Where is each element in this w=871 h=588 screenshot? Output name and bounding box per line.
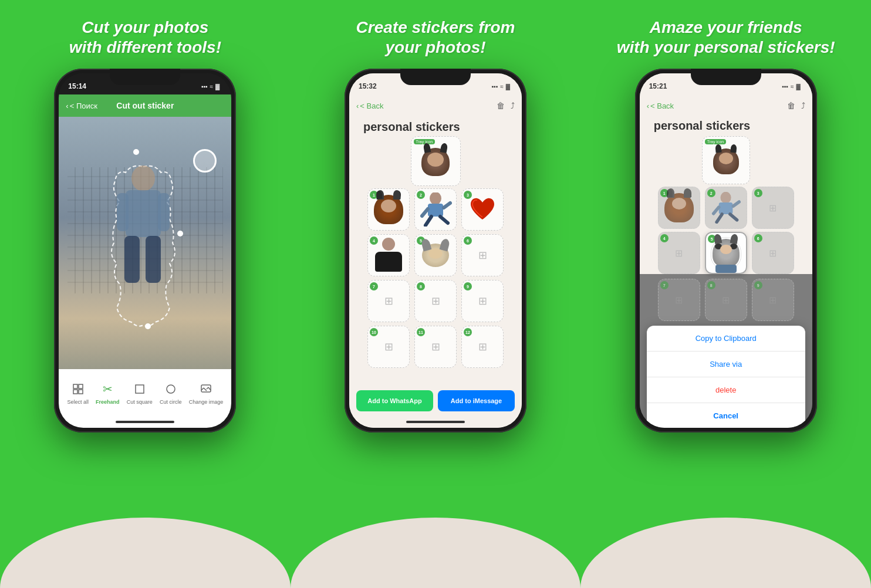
- change-image-label: Change image: [189, 399, 224, 405]
- tool-cut-square[interactable]: Cut square: [127, 381, 153, 405]
- sticker-cell-3-6[interactable]: 6 ⊞: [752, 232, 794, 274]
- nav-back-1[interactable]: ‹ < Поиск: [66, 102, 97, 110]
- svg-rect-4: [124, 236, 140, 283]
- sticker-num-11: 11: [417, 328, 425, 336]
- sticker-placeholder-12: ⊞: [478, 340, 487, 353]
- sticker-person-jump-3: [711, 192, 741, 224]
- handle-right: [177, 231, 183, 236]
- sticker-placeholder-7: ⊞: [384, 295, 393, 307]
- chevron-left-icon: ‹: [66, 102, 68, 110]
- signal-icon-3: ▪▪▪: [782, 83, 788, 90]
- sticker-cell-3-2[interactable]: 2: [705, 187, 747, 229]
- sticker-row-3-1: 1 2: [646, 187, 806, 229]
- svg-line-25: [713, 207, 718, 214]
- sticker-heart: [468, 196, 497, 223]
- trash-icon-3[interactable]: 🗑: [787, 101, 795, 110]
- sticker-cell-3-1[interactable]: 1: [658, 187, 700, 229]
- sticker-cell-3-9[interactable]: 9 ⊞: [752, 279, 794, 321]
- delete-item[interactable]: delete: [647, 377, 805, 403]
- bottom-buttons-2: Add to WhatsApp Add to iMessage: [349, 386, 522, 416]
- share-icon-3[interactable]: ⤴: [801, 101, 805, 110]
- nav-back-3[interactable]: ‹ < Back: [647, 102, 674, 110]
- sticker-row-2: 4 5: [355, 234, 516, 276]
- sticker-num-3-4: 4: [660, 234, 669, 242]
- tool-freehand[interactable]: ✂ Freehand: [96, 381, 120, 405]
- phone-notch-1: [110, 69, 180, 85]
- share-via-item[interactable]: Share via: [647, 352, 805, 377]
- trash-icon[interactable]: 🗑: [497, 101, 505, 110]
- sticker-cell-6[interactable]: 6 ⊞: [461, 234, 504, 276]
- phone-2: 15:32 ▪▪▪ ≈ ▓ ‹ < Back: [345, 69, 526, 432]
- back-label-3[interactable]: < Back: [650, 102, 674, 110]
- tool-change-image[interactable]: Change image: [189, 381, 224, 405]
- sticker-cell-3-3[interactable]: 3 ⊞: [752, 187, 794, 229]
- sticker-placeholder-3-8: ⊞: [722, 295, 730, 306]
- tray-icon-cell[interactable]: Tray icon: [411, 136, 461, 186]
- home-indicator-1: [59, 416, 231, 428]
- sticker-cell-3[interactable]: 3: [461, 188, 504, 231]
- sticker-placeholder-3-3: ⊞: [769, 202, 777, 214]
- svg-rect-24: [718, 202, 732, 214]
- phone-frame-2: 15:32 ▪▪▪ ≈ ▓ ‹ < Back: [345, 69, 526, 432]
- svg-line-27: [717, 214, 722, 222]
- sticker-cell-1[interactable]: 1: [367, 188, 410, 231]
- cut-square-label: Cut square: [127, 399, 153, 405]
- chevron-left-icon-3: ‹: [647, 102, 649, 110]
- svg-line-28: [730, 214, 737, 220]
- sticker-cell-3-5[interactable]: 5: [705, 232, 747, 274]
- add-to-imessage-button[interactable]: Add to iMessage: [438, 390, 515, 411]
- svg-line-19: [422, 209, 428, 216]
- sticker-num-3-6: 6: [754, 234, 762, 242]
- home-bar-2: [406, 421, 465, 423]
- sticker-num-3-8: 8: [707, 281, 715, 289]
- nav-icons-2: 🗑 ⤴: [497, 101, 515, 110]
- status-icons-2: ▪▪▪ ≈ ▓: [492, 83, 510, 90]
- sticker-cell-9[interactable]: 9 ⊞: [461, 280, 504, 322]
- sticker-person-jump: [420, 192, 452, 227]
- sticker-cell-3-7[interactable]: 7 ⊞: [658, 279, 700, 321]
- tool-cut-circle[interactable]: Cut circle: [160, 381, 182, 405]
- sticker-cell-5[interactable]: 5: [414, 234, 457, 276]
- nav-back-2[interactable]: ‹ < Back: [356, 102, 383, 110]
- sticker-row-3-2: 4 ⊞ 5: [646, 232, 806, 274]
- sticker-num-12: 12: [464, 328, 472, 336]
- cancel-item[interactable]: Cancel: [647, 403, 805, 428]
- stickers-title-2: personal stickers: [356, 116, 467, 139]
- sticker-placeholder-3-9: ⊞: [769, 295, 777, 306]
- add-to-whatsapp-button[interactable]: Add to WhatsApp: [356, 390, 433, 411]
- signal-icon-2: ▪▪▪: [492, 83, 498, 90]
- sticker-cell-11[interactable]: 11 ⊞: [414, 326, 457, 368]
- back-label-2[interactable]: < Back: [360, 102, 383, 110]
- tray-icon-cell-3[interactable]: Tray icon: [702, 136, 750, 184]
- tool-select-all[interactable]: Select all: [67, 381, 89, 405]
- nav-bar-2: ‹ < Back 🗑 ⤴: [349, 94, 522, 117]
- svg-point-0: [131, 165, 155, 191]
- sticker-cell-10[interactable]: 10 ⊞: [367, 326, 410, 368]
- panel-1-heading: Cut your photos with different tools!: [58, 18, 233, 57]
- status-icons-1: ▪▪▪ ≈ ▓: [201, 83, 220, 90]
- share-icon[interactable]: ⤴: [511, 101, 515, 110]
- sticker-placeholder-3-7: ⊞: [675, 295, 683, 306]
- sticker-cell-3-8[interactable]: 8 ⊞: [705, 279, 747, 321]
- copy-to-clipboard-item[interactable]: Copy to Clipboard: [647, 326, 805, 352]
- sticker-num-3-7: 7: [660, 281, 669, 289]
- panel-3-heading: Amaze your friends with your personal st…: [605, 18, 847, 57]
- sticker-cell-8[interactable]: 8 ⊞: [414, 280, 457, 322]
- context-menu: Copy to Clipboard Share via delete Cance…: [647, 326, 805, 428]
- context-menu-overlay: 7 ⊞ 8 ⊞ 9 ⊞: [640, 274, 812, 428]
- screen-top-3: 15:21 ▪▪▪ ≈ ▓ ‹ < Back: [640, 73, 812, 274]
- sticker-cell-2[interactable]: 2: [414, 188, 457, 231]
- sticker-cell-3-4[interactable]: 4 ⊞: [658, 232, 700, 274]
- back-label-1[interactable]: < Поиск: [70, 102, 97, 110]
- phone-screen-3: 15:21 ▪▪▪ ≈ ▓ ‹ < Back: [640, 73, 812, 428]
- sticker-row-1: 1 2: [355, 188, 516, 231]
- status-time-2: 15:32: [359, 82, 377, 90]
- svg-rect-2: [117, 193, 129, 231]
- sticker-cell-7[interactable]: 7 ⊞: [367, 280, 410, 322]
- svg-rect-10: [136, 385, 144, 393]
- nav-bar-3: ‹ < Back 🗑 ⤴: [640, 94, 812, 117]
- sticker-cell-12[interactable]: 12 ⊞: [461, 326, 504, 368]
- panel-create-stickers: Create stickers from your photos! 15:32 …: [291, 0, 581, 588]
- sticker-cell-4[interactable]: 4: [367, 234, 410, 276]
- sticker-row-4: 10 ⊞ 11 ⊞ 12 ⊞: [355, 326, 516, 368]
